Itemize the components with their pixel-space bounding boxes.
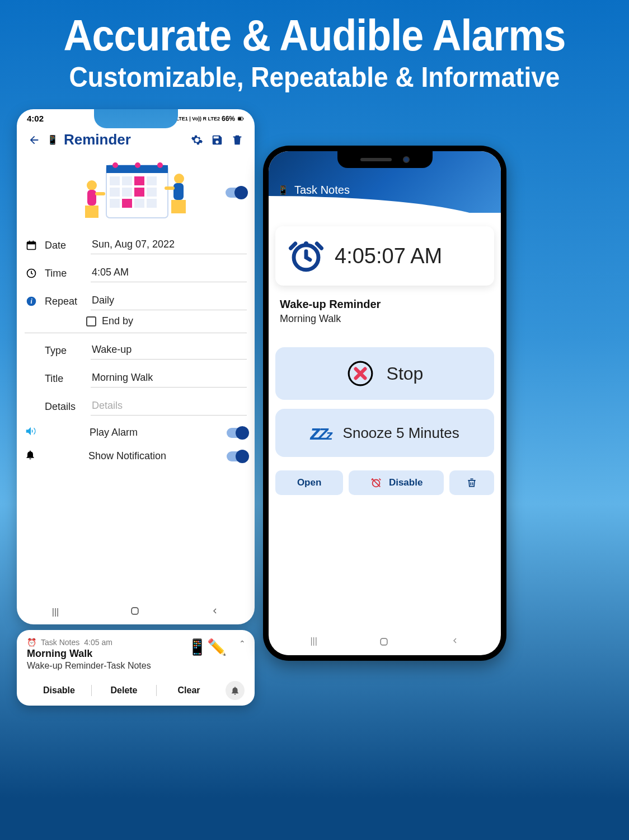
date-label: Date	[45, 240, 84, 251]
nav-back-icon[interactable]	[210, 606, 219, 618]
notif-disable-button[interactable]: Disable	[27, 685, 91, 696]
notif-subtitle: Wake-up Reminder-Task Notes	[27, 661, 245, 671]
clock-icon	[25, 268, 38, 279]
svg-rect-32	[33, 241, 34, 243]
headline-main: Accurate & Audible Alarms	[25, 10, 604, 61]
svg-rect-28	[165, 186, 175, 190]
svg-rect-2	[238, 117, 241, 120]
bell-icon	[25, 449, 36, 463]
open-button[interactable]: Open	[275, 470, 343, 495]
trash-button[interactable]	[449, 470, 494, 495]
disable-button[interactable]: Disable	[349, 470, 444, 495]
appbar-title: Reminder	[64, 131, 184, 148]
alarm-time-value: 4:05:07 AM	[335, 244, 442, 268]
svg-rect-9	[122, 176, 132, 185]
play-alarm-toggle[interactable]	[227, 428, 247, 438]
phone-alarm-screen: 📱 Task Notes 4:05:07 AM Wake-up Reminder…	[263, 146, 506, 661]
type-label: Type	[45, 345, 84, 357]
svg-rect-16	[134, 199, 144, 208]
svg-rect-41	[381, 638, 387, 645]
svg-rect-13	[122, 188, 132, 197]
svg-point-6	[135, 162, 140, 168]
svg-rect-26	[173, 183, 184, 200]
nav-recent-icon[interactable]: |||	[52, 607, 59, 617]
svg-rect-1	[243, 118, 243, 119]
details-label: Details	[45, 401, 84, 413]
svg-rect-15	[110, 199, 120, 208]
svg-rect-22	[87, 190, 96, 206]
snooze-zzz-icon: zZz	[310, 421, 330, 445]
show-notif-label: Show Notification	[88, 450, 220, 462]
show-notif-toggle[interactable]	[227, 451, 247, 461]
svg-point-7	[157, 162, 163, 168]
delete-button[interactable]	[230, 133, 245, 147]
svg-point-25	[174, 174, 184, 184]
illustration-toggle[interactable]	[226, 188, 246, 198]
stop-button[interactable]: Stop	[275, 347, 494, 400]
android-nav-bar: |||	[269, 636, 501, 650]
notif-app-name: Task Notes	[41, 638, 79, 647]
end-by-label: End by	[102, 315, 133, 327]
calendar-icon	[25, 240, 38, 251]
alarm-reminder-subtitle: Morning Walk	[280, 313, 490, 325]
phone-reminder-editor: 4:02 Vo)) LTE1 | Vo)) R LTE2 66% 📱 Remin…	[17, 109, 255, 624]
back-button[interactable]	[27, 133, 41, 147]
date-field[interactable]: Sun, Aug 07, 2022	[91, 236, 247, 254]
save-button[interactable]	[210, 133, 224, 147]
notif-time: 4:05 am	[84, 638, 112, 647]
trash-icon	[466, 477, 477, 488]
svg-rect-12	[110, 188, 120, 197]
svg-rect-17	[147, 199, 157, 208]
nav-home-icon[interactable]	[129, 605, 140, 619]
nav-back-icon[interactable]	[450, 636, 459, 650]
alarm-clock-icon: ⏰	[27, 638, 36, 647]
status-time: 4:02	[27, 114, 44, 123]
time-field[interactable]: 4:05 AM	[91, 264, 247, 282]
task-notes-app-icon: 📱	[278, 185, 289, 195]
notif-bell-button[interactable]	[226, 681, 245, 700]
svg-rect-18	[134, 176, 144, 185]
android-nav-bar: |||	[17, 600, 255, 624]
svg-rect-19	[134, 188, 144, 197]
phone-app-icon: 📱	[47, 134, 58, 145]
settings-button[interactable]	[190, 133, 204, 147]
svg-rect-11	[147, 176, 157, 185]
info-icon: i	[25, 296, 38, 307]
details-field[interactable]: Details	[91, 398, 247, 416]
repeat-label: Repeat	[45, 296, 84, 307]
notification-card: ⏰ Task Notes 4:05 am Morning Walk Wake-u…	[17, 630, 255, 706]
snooze-button[interactable]: zZz Snooze 5 Minutes	[275, 409, 494, 457]
svg-point-21	[87, 180, 97, 190]
notch	[337, 151, 433, 168]
alarm-off-icon	[370, 477, 382, 489]
play-alarm-label: Play Alarm	[90, 427, 220, 438]
repeat-field[interactable]: Daily	[91, 292, 247, 310]
svg-rect-31	[29, 241, 30, 243]
svg-point-5	[112, 162, 118, 168]
svg-rect-24	[95, 192, 105, 195]
alarm-time-card: 4:05:07 AM	[275, 226, 494, 286]
svg-point-38	[304, 241, 308, 246]
alarm-reminder-title: Wake-up Reminder	[280, 298, 490, 311]
end-by-checkbox[interactable]	[86, 316, 96, 326]
nav-home-icon[interactable]	[378, 636, 389, 650]
calendar-illustration	[77, 158, 195, 226]
speaker-icon	[25, 425, 37, 440]
type-field[interactable]: Wake-up	[91, 342, 247, 360]
time-label: Time	[45, 268, 84, 279]
title-field[interactable]: Morning Walk	[91, 370, 247, 388]
close-circle-icon	[346, 360, 374, 388]
svg-rect-23	[85, 206, 98, 218]
svg-rect-20	[122, 199, 132, 208]
svg-rect-30	[27, 242, 36, 244]
svg-rect-36	[132, 608, 138, 614]
notif-collapse-button[interactable]: ⌃	[239, 639, 246, 648]
notif-clear-button[interactable]: Clear	[157, 685, 221, 696]
svg-rect-8	[110, 176, 120, 185]
notif-delete-button[interactable]: Delete	[92, 685, 156, 696]
notch	[94, 109, 178, 128]
svg-rect-14	[147, 188, 157, 197]
nav-recent-icon[interactable]: |||	[310, 636, 317, 650]
alarm-app-title: Task Notes	[294, 184, 350, 197]
title-label: Title	[45, 373, 84, 385]
